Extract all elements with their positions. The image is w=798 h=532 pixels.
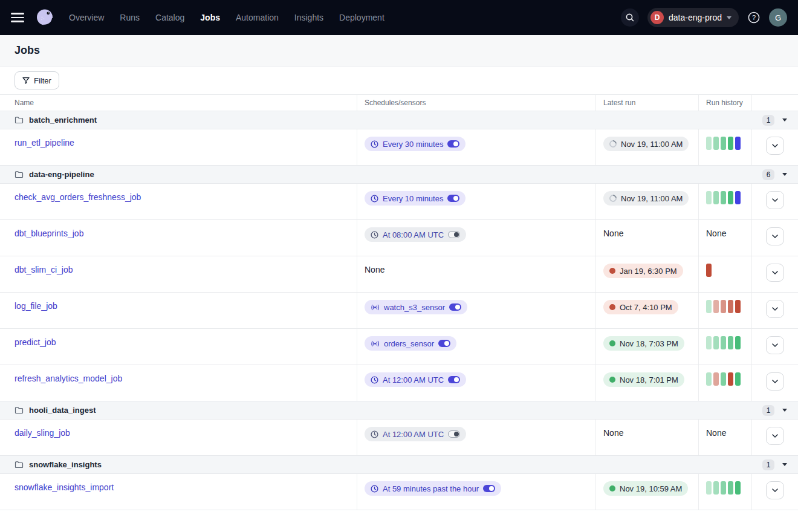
sensor-toggle[interactable] [449,303,461,311]
expand-row-button[interactable] [766,191,784,209]
run-history-bar[interactable] [706,336,712,349]
collapse-caret-icon[interactable] [782,173,787,176]
schedule-toggle[interactable] [447,195,459,202]
collapse-caret-icon[interactable] [782,118,787,122]
run-history-bar[interactable] [706,481,712,495]
job-link[interactable]: check_avg_orders_freshness_job [15,191,141,202]
collapse-caret-icon[interactable] [782,409,787,412]
schedule-chip[interactable]: Every 10 minutes [365,191,465,206]
chevron-down-icon [772,198,778,202]
run-history-bar[interactable] [713,137,719,150]
job-link[interactable]: log_file_job [15,300,57,311]
schedule-chip[interactable]: Every 30 minutes [365,137,465,151]
job-row-run_etl_pipeline: run_etl_pipelineEvery 30 minutesNov 19, … [0,129,798,166]
nav-item-overview[interactable]: Overview [69,13,104,22]
job-link[interactable]: daily_sling_job [15,427,70,438]
run-history-bar[interactable] [721,300,726,313]
run-history-bar[interactable] [706,191,712,204]
dagster-logo-icon[interactable] [34,7,56,28]
nav-item-catalog[interactable]: Catalog [155,13,184,22]
schedule-toggle[interactable] [448,430,460,438]
expand-row-button[interactable] [766,427,784,445]
run-history-bar[interactable] [735,336,741,349]
latest-run-chip[interactable]: Nov 18, 7:03 PM [603,336,684,351]
group-row-hooli_data_ingest[interactable]: hooli_data_ingest1 [0,401,798,420]
run-history-bar[interactable] [706,300,712,313]
avatar[interactable]: G [769,8,787,27]
sensor-chip[interactable]: watch_s3_sensor [365,300,467,314]
group-row-snowflake_insights[interactable]: snowflake_insights1 [0,456,798,474]
run-history-bar[interactable] [721,137,726,150]
latest-run-chip[interactable]: Nov 19, 11:00 AM [603,191,689,206]
schedule-icon [371,140,378,148]
run-history-bar[interactable] [706,137,712,150]
expand-row-button[interactable] [766,264,784,282]
run-history-bar[interactable] [721,336,726,349]
schedule-chip[interactable]: At 59 minutes past the hour [365,481,501,496]
clock-icon [371,231,378,239]
expand-row-button[interactable] [766,372,784,391]
run-history-bar[interactable] [728,300,733,313]
schedule-toggle[interactable] [483,485,495,492]
run-history-bar[interactable] [735,137,741,150]
filter-button[interactable]: Filter [15,71,59,89]
collapse-caret-icon[interactable] [782,463,787,466]
group-row-batch_enrichment[interactable]: batch_enrichment1 [0,111,798,129]
nav-item-automation[interactable]: Automation [236,13,279,22]
group-name: data-eng-pipeline [29,170,94,179]
menu-icon[interactable] [11,13,24,22]
sensor-chip[interactable]: orders_sensor [365,336,456,351]
run-history-bar[interactable] [713,191,719,204]
schedule-chip[interactable]: At 08:00 AM UTC [365,227,466,242]
run-history-bar[interactable] [721,481,726,495]
run-history-bar[interactable] [728,372,733,386]
latest-run-chip[interactable]: Nov 19, 10:59 AM [603,481,688,496]
job-link[interactable]: run_etl_pipeline [15,137,74,148]
run-history-bar[interactable] [735,372,741,386]
run-history-bar[interactable] [713,481,719,495]
run-history-bar[interactable] [735,300,741,313]
run-history-bar[interactable] [728,191,733,204]
group-row-data-eng-pipeline[interactable]: data-eng-pipeline6 [0,166,798,184]
nav-item-jobs[interactable]: Jobs [200,13,220,22]
deployment-switcher[interactable]: D data-eng-prod [647,8,739,27]
latest-run-chip[interactable]: Jan 19, 6:30 PM [603,264,683,278]
job-link[interactable]: snowflake_insights_import [15,481,114,492]
run-history-bar[interactable] [713,372,719,386]
run-history-bar[interactable] [735,481,741,495]
latest-run-chip[interactable]: Nov 19, 11:00 AM [603,137,689,151]
expand-row-button[interactable] [766,481,784,499]
run-history-bar[interactable] [706,372,712,386]
nav-item-insights[interactable]: Insights [294,13,323,22]
nav-item-runs[interactable]: Runs [120,13,140,22]
run-history-bar[interactable] [735,191,741,204]
expand-row-button[interactable] [766,137,784,155]
schedule-toggle[interactable] [447,140,459,148]
run-history-bar[interactable] [706,264,712,277]
job-link[interactable]: predict_job [15,336,56,347]
search-icon[interactable] [621,8,639,27]
expand-row-button[interactable] [766,336,784,354]
run-history-bar[interactable] [728,137,733,150]
schedule-toggle[interactable] [448,231,460,238]
schedule-icon [371,376,378,384]
sensor-toggle[interactable] [438,340,450,347]
latest-run-chip[interactable]: Nov 18, 7:01 PM [603,372,684,387]
run-history-bar[interactable] [713,336,719,349]
run-history-bar[interactable] [721,191,726,204]
run-history-bar[interactable] [721,372,726,386]
job-link[interactable]: refresh_analytics_model_job [15,372,122,383]
expand-row-button[interactable] [766,227,784,245]
schedule-chip[interactable]: At 12:00 AM UTC [365,372,466,387]
run-history-bar[interactable] [728,336,733,349]
schedule-toggle[interactable] [448,376,460,383]
run-history-bar[interactable] [728,481,733,495]
latest-run-chip[interactable]: Oct 7, 4:10 PM [603,300,678,314]
run-history-bar[interactable] [713,300,719,313]
schedule-chip[interactable]: At 12:00 AM UTC [365,427,466,441]
expand-row-button[interactable] [766,300,784,318]
help-icon[interactable]: ? [747,11,761,24]
nav-item-deployment[interactable]: Deployment [339,13,384,22]
job-link[interactable]: dbt_blueprints_job [15,227,83,238]
job-link[interactable]: dbt_slim_ci_job [15,264,73,274]
